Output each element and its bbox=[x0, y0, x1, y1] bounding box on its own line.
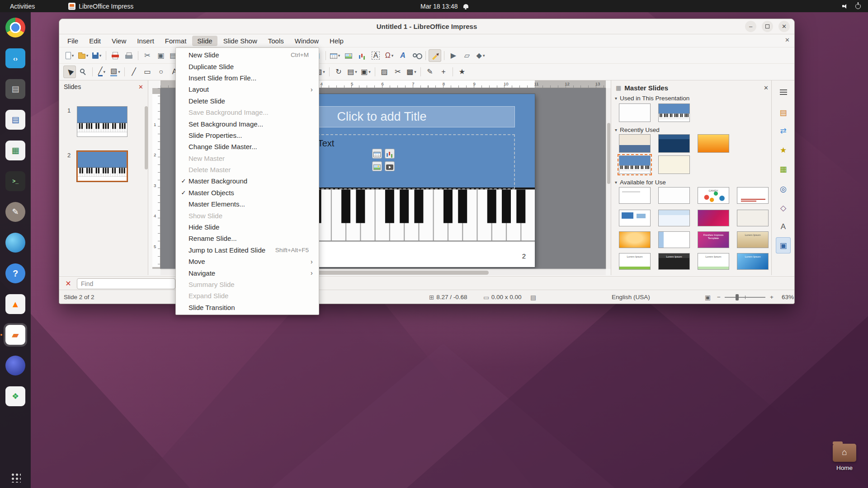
master-slide-thumbnail[interactable]: Lorem Ipsum bbox=[619, 253, 651, 270]
master-slide-thumbnail[interactable] bbox=[619, 187, 651, 204]
master-section-available-for-use[interactable]: ▾Available for Use bbox=[615, 179, 666, 186]
insert-chart-icon[interactable] bbox=[385, 149, 395, 159]
slides-panel-scrollbar[interactable] bbox=[145, 94, 148, 274]
scrollbar-thumb[interactable] bbox=[607, 123, 610, 184]
rectangle-icon[interactable]: ▭ bbox=[141, 66, 154, 78]
menu-edit[interactable]: Edit bbox=[84, 36, 106, 46]
power-icon[interactable] bbox=[855, 4, 861, 9]
slides-panel-close-icon[interactable]: ✕ bbox=[138, 84, 143, 90]
edit-points-icon[interactable]: ✎ bbox=[424, 66, 436, 78]
zoom-slider-handle[interactable] bbox=[736, 294, 739, 300]
dock-item-chrome[interactable] bbox=[4, 16, 27, 39]
dock-item-gimp[interactable]: ✎ bbox=[4, 200, 27, 224]
zoom-slider[interactable] bbox=[725, 290, 765, 304]
insert-media-icon[interactable] bbox=[385, 161, 395, 171]
insert-table-icon[interactable] bbox=[372, 149, 382, 159]
menu-insert[interactable]: Insert bbox=[132, 36, 159, 46]
menu-item-rename-slide[interactable]: Rename Slide... bbox=[176, 233, 319, 244]
gallery-icon[interactable]: ▦ bbox=[776, 161, 791, 177]
fit-slide-icon[interactable]: ▣ bbox=[705, 290, 711, 304]
clock-button[interactable]: Mar 18 13:48 bbox=[420, 3, 468, 10]
close-find-bar-icon[interactable]: ✕ bbox=[64, 279, 73, 288]
dock-item-file-manager[interactable]: ▤ bbox=[4, 77, 27, 101]
insert-media-icon[interactable]: ▶ bbox=[447, 49, 460, 62]
zoom-out-button[interactable]: − bbox=[717, 290, 721, 304]
insert-table-icon[interactable]: ▾ bbox=[329, 49, 341, 62]
dock-item-vscode[interactable]: ‹› bbox=[4, 47, 27, 70]
volume-icon[interactable] bbox=[842, 4, 848, 9]
master-slide-thumbnail[interactable] bbox=[658, 134, 690, 153]
menu-help[interactable]: Help bbox=[325, 36, 349, 46]
master-slide-thumbnail[interactable] bbox=[619, 134, 651, 153]
export-pdf-icon[interactable] bbox=[109, 49, 122, 62]
menu-item-master-elements[interactable]: Master Elements... bbox=[176, 198, 319, 210]
menu-item-set-background-image[interactable]: Set Background Image... bbox=[176, 118, 319, 129]
master-slide-thumbnail[interactable]: CANDY bbox=[698, 187, 729, 204]
menu-item-layout[interactable]: Layout› bbox=[176, 84, 319, 95]
slide-thumbnail-1[interactable] bbox=[77, 106, 127, 137]
dock-item-libreoffice-calc[interactable]: ▦ bbox=[4, 139, 27, 162]
dock-item-vlc[interactable]: ▲ bbox=[4, 292, 27, 316]
home-folder-shortcut[interactable]: Home bbox=[831, 444, 858, 471]
vertical-ruler[interactable]: 12345 bbox=[152, 88, 160, 269]
master-slide-thumbnail[interactable]: Lorem Ipsum bbox=[698, 253, 729, 270]
menu-slide[interactable]: Slide bbox=[192, 36, 217, 46]
menu-tools[interactable]: Tools bbox=[263, 36, 289, 46]
insert-special-character-icon[interactable]: Ω▾ bbox=[383, 49, 396, 62]
insert-line-icon[interactable]: ╱ bbox=[127, 66, 140, 78]
dock-item-firefox[interactable] bbox=[4, 231, 27, 254]
insert-text-box-icon[interactable]: A bbox=[369, 49, 382, 62]
slide-info[interactable]: Slide 2 of 2 bbox=[64, 290, 94, 304]
master-panel-close-icon[interactable]: ✕ bbox=[764, 84, 769, 91]
ellipse-icon[interactable]: ○ bbox=[155, 66, 167, 78]
animation-icon[interactable]: ★ bbox=[456, 66, 468, 78]
slide-transition-icon[interactable]: ⇄ bbox=[776, 122, 791, 139]
menu-item-slide-properties[interactable]: Slide Properties... bbox=[176, 130, 319, 141]
dock-item-libreoffice-impress[interactable]: ▰ bbox=[4, 323, 27, 347]
arrange-objects-icon[interactable]: ▣▾ bbox=[359, 66, 372, 78]
dock-item-libreoffice-writer[interactable]: ▤ bbox=[4, 108, 27, 131]
master-slide-thumbnail[interactable] bbox=[658, 103, 690, 122]
cut-icon[interactable]: ✂ bbox=[141, 49, 154, 62]
print-icon[interactable] bbox=[123, 49, 135, 62]
slide-thumbnail-2[interactable] bbox=[77, 151, 127, 182]
shadow-icon[interactable]: ▨ bbox=[378, 66, 391, 78]
close-button[interactable]: ✕ bbox=[778, 21, 790, 32]
insert-fontwork-icon[interactable]: A bbox=[396, 49, 409, 62]
navigator-icon[interactable]: ◎ bbox=[776, 181, 791, 197]
master-section-used-in-this-presentation[interactable]: ▾Used in This Presentation bbox=[615, 95, 689, 102]
app-indicator[interactable]: LibreOffice Impress bbox=[68, 3, 133, 10]
glue-points-icon[interactable]: + bbox=[437, 66, 450, 78]
master-slides-icon[interactable]: ▣ bbox=[776, 237, 791, 253]
menu-item-move[interactable]: Move› bbox=[176, 256, 319, 267]
master-slide-thumbnail[interactable]: Lorem Ipsum bbox=[737, 231, 769, 248]
activities-button[interactable]: Activities bbox=[6, 2, 38, 11]
styles-icon[interactable]: A bbox=[776, 219, 791, 235]
menu-item-new-slide[interactable]: New SlideCtrl+M bbox=[176, 49, 319, 61]
title-bar[interactable]: Untitled 1 - LibreOffice Impress – ✕ bbox=[59, 19, 794, 34]
master-slide-thumbnail[interactable] bbox=[737, 187, 769, 204]
zoom-in-button[interactable]: + bbox=[770, 290, 774, 304]
master-slide-thumbnail[interactable] bbox=[619, 210, 651, 226]
fill-color-icon[interactable]: ▧▾ bbox=[109, 66, 122, 78]
master-slide-thumbnail[interactable]: Lorem Ipsum bbox=[737, 253, 769, 270]
menu-item-slide-transition[interactable]: Slide Transition bbox=[176, 302, 319, 313]
close-document-icon[interactable]: ✕ bbox=[785, 37, 790, 43]
show-draw-functions-icon[interactable] bbox=[429, 49, 441, 62]
align-objects-icon[interactable]: ▤▾ bbox=[346, 66, 359, 78]
dock-item-help[interactable]: ? bbox=[4, 262, 27, 285]
menu-item-delete-slide[interactable]: Delete Slide bbox=[176, 95, 319, 107]
copy-icon[interactable]: ▣ bbox=[155, 49, 167, 62]
basic-shapes-icon[interactable]: ◆▾ bbox=[474, 49, 487, 62]
master-section-recently-used[interactable]: ▾Recently Used bbox=[615, 127, 660, 133]
insert-chart-icon[interactable] bbox=[356, 49, 368, 62]
master-slide-thumbnail-selected[interactable] bbox=[619, 155, 651, 174]
show-applications-button[interactable] bbox=[10, 472, 21, 483]
properties-icon[interactable]: ▤ bbox=[776, 104, 791, 121]
insert-image-icon[interactable] bbox=[342, 49, 355, 62]
rotate-icon[interactable]: ↻ bbox=[332, 66, 345, 78]
find-input[interactable] bbox=[77, 278, 175, 289]
sidebar-settings-icon[interactable] bbox=[776, 84, 791, 100]
menu-file[interactable]: File bbox=[62, 36, 83, 46]
minimize-button[interactable]: – bbox=[745, 21, 756, 32]
